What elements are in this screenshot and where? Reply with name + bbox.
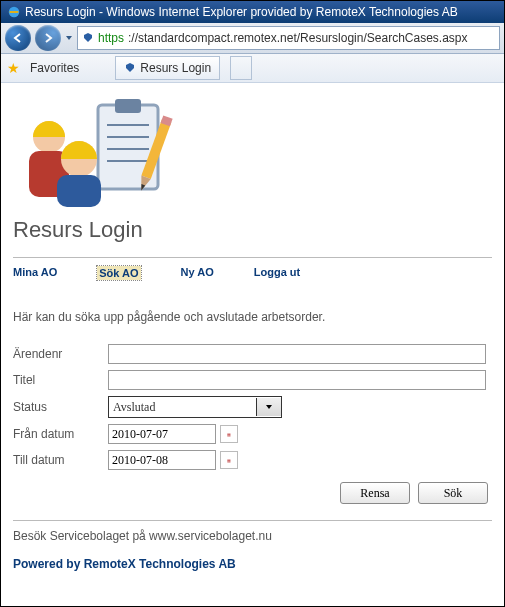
page-title: Resurs Login [13,217,492,243]
tab-site-icon [124,62,136,74]
svg-rect-14 [57,175,101,207]
window-title: Resurs Login - Windows Internet Explorer… [25,5,458,19]
arrow-left-icon [12,32,24,44]
history-dropdown-icon[interactable] [65,34,73,42]
rensa-button[interactable]: Rensa [340,482,410,504]
browser-navbar: https://standardcompact.remotex.net/Resu… [1,23,504,54]
arendenr-input[interactable] [108,344,486,364]
intro-text: Här kan du söka upp pågående och avsluta… [13,310,492,324]
chevron-down-icon [256,398,281,416]
menu-logga-ut[interactable]: Logga ut [254,266,300,280]
menu-ny-ao[interactable]: Ny AO [181,266,214,280]
forward-button[interactable] [35,25,61,51]
url-scheme: https [98,31,124,45]
arendenr-label: Ärendenr [13,347,108,361]
powered-by: Powered by RemoteX Technologies AB [13,557,492,571]
menu-mina-ao[interactable]: Mina AO [13,266,57,280]
back-button[interactable] [5,25,31,51]
address-bar[interactable]: https://standardcompact.remotex.net/Resu… [77,26,500,50]
page-content: Resurs Login Mina AO Sök AO Ny AO Logga … [1,83,504,571]
fran-datum-input[interactable] [108,424,216,444]
arrow-right-icon [42,32,54,44]
till-datum-label: Till datum [13,453,108,467]
till-datum-input[interactable] [108,450,216,470]
main-menu: Mina AO Sök AO Ny AO Logga ut [13,257,492,284]
calendar-icon[interactable]: ▦ [220,451,238,469]
favorites-star-icon[interactable]: ★ [7,60,20,76]
favorites-label[interactable]: Favorites [30,61,79,75]
calendar-icon[interactable]: ▦ [220,425,238,443]
titel-label: Titel [13,373,108,387]
window-titlebar: Resurs Login - Windows Internet Explorer… [1,1,504,23]
ie-icon [7,5,21,19]
menu-sok-ao[interactable]: Sök AO [97,266,140,280]
footer-text: Besök Servicebolaget på www.servicebolag… [13,520,492,543]
svg-rect-2 [115,99,141,113]
status-label: Status [13,400,108,414]
sok-button[interactable]: Sök [418,482,488,504]
app-logo [13,97,183,207]
site-icon [82,32,94,44]
status-select[interactable]: Avslutad [108,396,282,418]
titel-input[interactable] [108,370,486,390]
tab-label: Resurs Login [140,61,211,75]
fran-datum-label: Från datum [13,427,108,441]
new-tab-button[interactable] [230,56,252,80]
browser-tab-active[interactable]: Resurs Login [115,56,220,80]
url-rest: ://standardcompact.remotex.net/Resurslog… [128,31,468,45]
favorites-bar: ★ Favorites Resurs Login [1,54,504,83]
status-value: Avslutad [109,400,159,415]
